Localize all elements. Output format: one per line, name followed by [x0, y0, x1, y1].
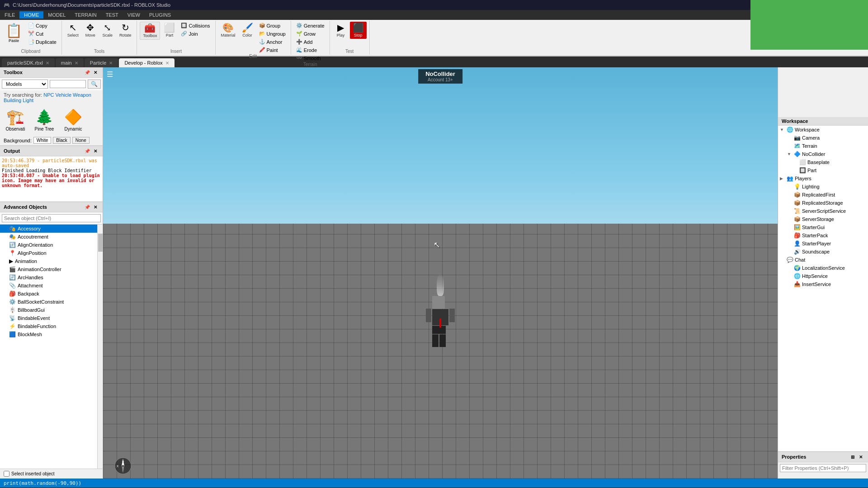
tab-particlesdk[interactable]: particleSDK.rbxl ✕ [2, 58, 55, 67]
smooth-button[interactable]: 〰️ Smooth [294, 54, 327, 62]
suggestion-weapon[interactable]: Weapon [73, 92, 91, 98]
adv-item-accoutrement[interactable]: 🎭 Accoutrement [0, 233, 103, 241]
viewport-menu-icon[interactable]: ☰ [107, 70, 113, 79]
explorer-players[interactable]: ▶ 👥 Players [778, 174, 868, 183]
explorer-terrain[interactable]: 🗺️ Terrain [778, 142, 868, 150]
adv-pin-button[interactable]: 📌 [84, 203, 91, 211]
explorer-startergui[interactable]: 🖼️ StarterGui [778, 223, 868, 231]
paste-button[interactable]: 📋 Paste [3, 22, 25, 44]
tab-main[interactable]: main ✕ [56, 58, 84, 67]
output-close-button[interactable]: ✕ [92, 147, 99, 155]
explorer-starterpack[interactable]: 🎒 StarterPack [778, 231, 868, 239]
adv-scroll-thumb[interactable] [98, 234, 103, 252]
explorer-serverstorage[interactable]: 📦 ServerStorage [778, 215, 868, 223]
toolbox-item-pinetree[interactable]: 🌲 Pine Tree [31, 107, 58, 133]
explorer-lighting[interactable]: 💡 Lighting [778, 183, 868, 191]
properties-expand-button[interactable]: ⊞ [849, 453, 856, 460]
menu-terrain[interactable]: TERRAIN [70, 11, 101, 19]
adv-item-ballsocketconstraint[interactable]: ⚙️ BallSocketConstraint [0, 298, 103, 306]
menu-plugins[interactable]: PLUGINS [145, 11, 175, 19]
paint-button[interactable]: 🖍️ Paint [257, 46, 288, 54]
adv-item-alignorientation[interactable]: 🔃 AlignOrientation [0, 241, 103, 249]
anchor-button[interactable]: ⚓ Anchor [257, 38, 288, 46]
move-button[interactable]: ✥ Move [82, 22, 99, 39]
menu-file[interactable]: FILE [0, 11, 19, 19]
bg-none-button[interactable]: None [72, 137, 90, 144]
bg-white-button[interactable]: White [33, 137, 52, 144]
generate-button[interactable]: ⚙️ Generate [294, 22, 327, 29]
explorer-localizationservice[interactable]: 🌍 LocalizationService [778, 264, 868, 272]
select-inserted-checkbox[interactable] [4, 471, 9, 477]
scale-button[interactable]: ⤡ Scale [99, 22, 116, 39]
explorer-part[interactable]: 🔲 Part [778, 166, 868, 174]
toolbox-item-dynamic[interactable]: 🔶 Dynamic [60, 107, 87, 133]
explorer-workspace[interactable]: ▼ 🌐 Workspace [778, 126, 868, 134]
play-button[interactable]: ▶ Play [333, 22, 349, 39]
viewport[interactable]: NoCollider Account 13+ ☰ [103, 67, 778, 479]
menu-test[interactable]: TEST [101, 11, 123, 19]
adv-item-animationcontroller[interactable]: 🎬 AnimationController [0, 265, 103, 273]
adv-item-billboardgui[interactable]: 🪧 BillboardGui [0, 306, 103, 314]
adv-search-input[interactable] [2, 214, 101, 222]
output-pin-button[interactable]: 📌 [84, 147, 91, 155]
explorer-replicatedstorage[interactable]: 📦 ReplicatedStorage [778, 199, 868, 207]
part-button[interactable]: ⬜ Part [161, 22, 178, 39]
toolbox-button[interactable]: 🧰 Toolbox [140, 22, 160, 40]
toolbox-item-observatory[interactable]: 🏗️ Observati [2, 107, 29, 133]
toolbox-close-button[interactable]: ✕ [92, 69, 99, 76]
suggestion-building[interactable]: Building [4, 98, 21, 103]
adv-item-accessory[interactable]: 🎭 Accessory [0, 225, 103, 233]
suggestion-light[interactable]: Light [23, 98, 33, 103]
explorer-starterplayer[interactable]: 👤 StarterPlayer [778, 239, 868, 248]
properties-close-button[interactable]: ✕ [857, 453, 864, 460]
adv-item-bindablefunction[interactable]: ⚡ BindableFunction [0, 322, 103, 330]
explorer-insertservice[interactable]: 📥 InsertService [778, 280, 868, 288]
join-button[interactable]: 🔗 Join [179, 30, 212, 38]
explorer-chat[interactable]: 💬 Chat [778, 256, 868, 264]
tab-main-close[interactable]: ✕ [75, 61, 78, 66]
cut-button[interactable]: ✂️ Cut [26, 30, 59, 38]
adv-item-alignposition[interactable]: 📍 AlignPosition [0, 249, 103, 257]
grow-button[interactable]: 🌱 Grow [294, 30, 327, 38]
explorer-camera[interactable]: 📷 Camera [778, 134, 868, 142]
collisions-button[interactable]: 🔲 Collisions [179, 22, 212, 29]
adv-item-blockmesh[interactable]: 🟦 BlockMesh [0, 330, 103, 338]
tab-develop-close[interactable]: ✕ [165, 61, 169, 66]
adv-item-archandles[interactable]: 🔄 ArcHandles [0, 273, 103, 282]
menu-view[interactable]: VIEW [123, 11, 145, 19]
adv-item-backpack[interactable]: 🎒 Backpack [0, 290, 103, 298]
material-button[interactable]: 🎨 Material [218, 22, 238, 39]
suggestion-npc[interactable]: NPC [43, 92, 54, 98]
explorer-serverscriptservice[interactable]: 📜 ServerScriptService [778, 207, 868, 215]
adv-item-attachment[interactable]: 📎 Attachment [0, 282, 103, 290]
adv-scrollbar[interactable] [97, 225, 103, 469]
suggestion-vehicle[interactable]: Vehicle [56, 92, 71, 98]
add-button[interactable]: ➕ Add [294, 38, 327, 46]
toolbox-dropdown[interactable]: Models Decals Audio Meshes [2, 80, 48, 89]
tab-particle[interactable]: Particle ✕ [85, 58, 118, 67]
toolbox-search-input[interactable] [50, 80, 86, 88]
menu-model[interactable]: MODEL [43, 11, 70, 19]
tab-particlesdk-close[interactable]: ✕ [46, 61, 49, 66]
tab-develop[interactable]: Develop - Roblox ✕ [119, 58, 174, 67]
color-button[interactable]: 🖌️ Color [239, 22, 256, 39]
erode-button[interactable]: 🌊 Erode [294, 46, 327, 54]
select-button[interactable]: ↖ Select [65, 22, 81, 39]
tab-particle-close[interactable]: ✕ [109, 61, 113, 66]
explorer-soundscape[interactable]: 🔊 Soundscape [778, 248, 868, 256]
duplicate-button[interactable]: 📑 Duplicate [26, 38, 59, 46]
bg-black-button[interactable]: Black [53, 137, 70, 144]
ungroup-button[interactable]: 📂 Ungroup [257, 30, 288, 38]
copy-button[interactable]: 📄 Copy [26, 22, 59, 29]
adv-item-animation[interactable]: ▶ Animation [0, 257, 103, 265]
toolbox-search-button[interactable]: 🔍 [88, 80, 101, 89]
adv-item-bindableevent[interactable]: 📡 BindableEvent [0, 314, 103, 322]
group-button[interactable]: 📦 Group [257, 22, 288, 29]
toolbox-pin-button[interactable]: 📌 [84, 69, 91, 76]
rotate-button[interactable]: ↻ Rotate [117, 22, 134, 39]
explorer-httpservice[interactable]: 🌐 HttpService [778, 272, 868, 280]
properties-search-input[interactable] [780, 464, 866, 472]
explorer-replicatedfirst[interactable]: 📦 ReplicatedFirst [778, 191, 868, 199]
adv-close-button[interactable]: ✕ [92, 203, 99, 211]
menu-home[interactable]: HOME [19, 11, 43, 19]
